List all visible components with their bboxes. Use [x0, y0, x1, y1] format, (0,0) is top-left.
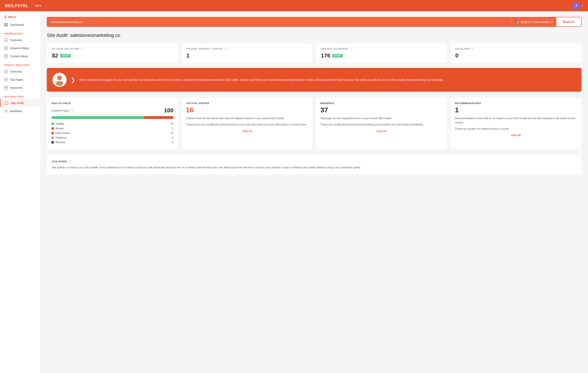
nav-right: J ▾	[572, 2, 583, 9]
metric-seo-score: ON-PAGE SEO SCORE ? 82 GREAT	[47, 43, 178, 63]
great-badge-kw: GREAT	[332, 54, 343, 58]
warnings-view-all[interactable]: View All	[320, 130, 442, 133]
keyword-icon	[4, 46, 8, 50]
sidebar: ❮ Menu Dashboard UBERSUGGEST Overview Ke…	[0, 11, 40, 373]
callout-arrow-icon: ❯	[71, 77, 75, 83]
person-illustration	[53, 74, 66, 86]
callout-box: ❯ We've scanned 100 pages on your site a…	[47, 68, 582, 92]
audit-icon	[5, 101, 9, 105]
chevron-icon: ▾	[551, 20, 553, 24]
traffic-chart-icon	[4, 70, 8, 74]
flag-icon: 🇺🇸	[515, 20, 519, 24]
info-icon-crawled[interactable]: ?	[70, 109, 74, 112]
bottom-cards-row: HEALTH CHECK Crawled Pages ? 100 Healthy…	[47, 97, 582, 149]
sidebar-item-keyword-ideas[interactable]: Keyword Ideas	[0, 44, 40, 52]
health-row-redirects: Redirects 0	[52, 136, 174, 139]
dashboard-icon	[4, 23, 8, 27]
health-row-have-issues: Have Issues 24	[52, 131, 174, 134]
info-icon-traffic[interactable]: ?	[224, 47, 227, 50]
sidebar-item-backlinks[interactable]: Backlinks	[0, 107, 40, 115]
metric-organic-keywords: ORGANIC KEYWORDS ? 176 GREAT	[316, 43, 447, 63]
svg-rect-20	[5, 78, 8, 81]
svg-rect-1	[6, 23, 8, 25]
svg-point-31	[56, 81, 63, 86]
great-badge: GREAT	[60, 54, 71, 58]
blocked-dot	[52, 141, 54, 143]
critical-errors-card: CRITICAL ERRORS 16 Critical errors are t…	[181, 97, 313, 149]
broken-dot	[52, 127, 54, 130]
language-selector[interactable]: 🇺🇸 English / United States ▾	[511, 17, 556, 26]
health-row-blocked: Blocked 0	[52, 141, 174, 144]
keywords-icon	[4, 86, 8, 90]
search-button[interactable]: Search	[556, 17, 581, 26]
sidebar-item-traffic-overview[interactable]: Overview	[0, 68, 40, 76]
progress-green	[52, 116, 144, 119]
metric-backlinks: BACKLINKS ? 0	[450, 43, 582, 63]
metrics-row: ON-PAGE SEO SCORE ? 82 GREAT ORGANIC MON…	[47, 43, 582, 63]
warnings-card: WARNINGS 37 Warnings are less impactful …	[316, 97, 447, 149]
critical-errors-view-all[interactable]: View All	[186, 130, 308, 133]
issues-dot	[52, 132, 54, 134]
svg-rect-12	[4, 55, 8, 58]
nav-left: NEILPATEL EN ▾	[5, 3, 41, 9]
logo: NEILPATEL	[5, 3, 29, 8]
nav-divider	[32, 3, 32, 9]
progress-bar	[52, 116, 174, 119]
metric-organic-traffic: ORGANIC MONTHLY TRAFFIC ? 1	[181, 43, 313, 63]
sidebar-item-overview[interactable]: Overview	[0, 36, 40, 44]
chart-icon	[4, 38, 8, 42]
svg-point-13	[5, 55, 6, 56]
recommendations-card: RECOMMENDATIONS 1 Recommendations have l…	[450, 97, 582, 149]
svg-rect-0	[4, 23, 6, 25]
info-icon-backlinks[interactable]: ?	[471, 47, 475, 50]
user-avatar[interactable]: J	[572, 2, 580, 9]
info-icon-keywords[interactable]: ?	[349, 47, 353, 50]
backlinks-icon	[4, 109, 8, 113]
progress-red	[144, 116, 173, 119]
healthy-dot	[52, 123, 54, 125]
section-seo-analyzer: SEO ANALYZER	[0, 92, 40, 99]
info-icon[interactable]: ?	[81, 47, 84, 50]
search-bar: 🇺🇸 English / United States ▾ Search	[47, 17, 582, 27]
chevron-down-icon[interactable]: ▾	[582, 5, 583, 7]
content-icon	[4, 54, 8, 58]
svg-rect-3	[6, 25, 8, 26]
redirects-dot	[52, 137, 54, 139]
sidebar-menu-header[interactable]: ❮ Menu	[0, 11, 40, 21]
search-input[interactable]	[47, 17, 511, 26]
main-content: 🇺🇸 English / United States ▾ Search Site…	[40, 11, 588, 373]
svg-point-32	[58, 76, 62, 80]
sidebar-item-site-audit[interactable]: Site Audit	[0, 99, 40, 107]
sidebar-item-top-pages[interactable]: Top Pages	[0, 76, 40, 84]
sidebar-item-content-ideas[interactable]: Content Ideas	[0, 52, 40, 60]
language-button[interactable]: EN ▾	[35, 4, 41, 7]
site-speed-section: SITE SPEED ? Site speed is crucial to yo…	[47, 155, 582, 175]
section-traffic-analyzer: TRAFFIC ANALYZER	[0, 60, 40, 68]
section-ubersuggest: UBERSUGGEST	[0, 29, 40, 36]
recommendations-view-all[interactable]: View All	[455, 134, 577, 137]
sidebar-item-dashboard[interactable]: Dashboard	[0, 21, 40, 29]
health-check-card: HEALTH CHECK Crawled Pages ? 100 Healthy…	[47, 97, 178, 149]
page-title: Site Audit: saleslovesmarketing.co	[47, 32, 582, 38]
health-row-healthy: Healthy 76	[52, 122, 174, 125]
health-row-broken: Broken 0	[52, 127, 174, 130]
sidebar-item-keywords[interactable]: Keywords	[0, 84, 40, 92]
info-icon-site-speed[interactable]: ?	[69, 160, 72, 163]
svg-rect-2	[4, 25, 6, 26]
pages-icon	[4, 78, 8, 82]
top-navigation: NEILPATEL EN ▾ J ▾	[0, 0, 588, 11]
back-arrow-icon: ❮	[4, 15, 7, 19]
callout-avatar	[52, 73, 67, 87]
